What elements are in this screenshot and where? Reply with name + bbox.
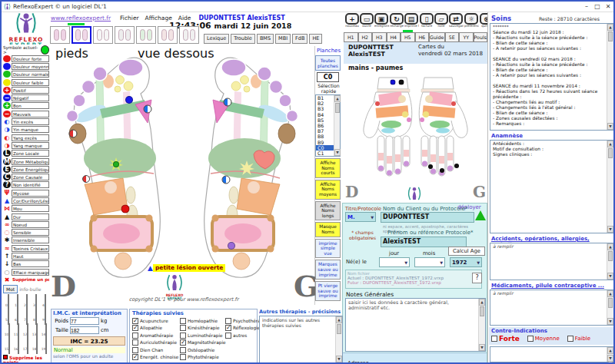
hand-point-marker[interactable] bbox=[428, 164, 433, 169]
contre-checkbox[interactable] bbox=[491, 336, 497, 342]
contre-option[interactable]: Moyenne bbox=[527, 335, 560, 342]
legend-item[interactable]: ○ Efface marquage bbox=[3, 268, 49, 276]
feet-canvas[interactable]: pieds vue dessous bbox=[49, 46, 315, 305]
annee-combo[interactable]: 1972▼ bbox=[450, 257, 482, 267]
therapy-checkbox[interactable] bbox=[180, 318, 186, 324]
therapy-option[interactable]: autres bbox=[225, 332, 261, 339]
therapy-checkbox[interactable] bbox=[132, 318, 138, 324]
planche-action-button[interactable]: Masque Noms bbox=[315, 222, 341, 237]
anamnese-area[interactable]: Antécédents : Motif de consultation : Si… bbox=[490, 140, 614, 233]
maximize-button[interactable]: □ bbox=[592, 3, 603, 10]
toolbar-button[interactable]: ▱ note bbox=[434, 13, 448, 28]
calcul-age-button[interactable]: Calcul Age bbox=[448, 247, 485, 256]
planche-list-item[interactable]: B3 bbox=[316, 106, 334, 111]
reflex-point-marker[interactable] bbox=[144, 105, 152, 114]
hands-tab[interactable]: YY bbox=[459, 32, 474, 42]
palette-cell[interactable]: 18 bbox=[31, 339, 39, 353]
hands-tab[interactable]: 5E bbox=[445, 32, 460, 42]
therapy-option[interactable]: Réflexologie bbox=[225, 325, 261, 333]
legend-item[interactable]: ◑ Yang manque bbox=[3, 141, 49, 149]
legend-item[interactable]: Douleur forte bbox=[3, 55, 49, 62]
reflex-point-marker[interactable] bbox=[125, 96, 133, 104]
fichier-help-button[interactable]: ? bbox=[472, 273, 482, 283]
foot-view-thumbnail[interactable] bbox=[136, 26, 156, 44]
palette-cell[interactable]: 5 bbox=[3, 309, 12, 324]
foot-view-thumbnail[interactable] bbox=[93, 26, 113, 44]
toolbar-button[interactable]: ↻ recharge bbox=[390, 13, 404, 28]
legend-item[interactable]: ✱ Insensible bbox=[3, 237, 49, 244]
poids-input[interactable] bbox=[70, 317, 99, 325]
contre-scrollbar[interactable]: ▲▼ bbox=[607, 347, 613, 362]
hands-diagram-wrap[interactable] bbox=[344, 74, 487, 186]
therapy-option[interactable]: Allopathie bbox=[132, 325, 177, 333]
legend-item[interactable]: C Zone Causale bbox=[3, 173, 49, 180]
therapy-option[interactable]: Energét. chinoise bbox=[132, 354, 177, 362]
taille-input[interactable] bbox=[70, 326, 99, 334]
palette-cell[interactable]: 15 bbox=[3, 339, 12, 353]
legend-item[interactable]: − Négatif bbox=[3, 94, 49, 101]
quick-tab[interactable]: FdB bbox=[292, 34, 308, 44]
planche-list-item[interactable]: B9 bbox=[316, 140, 334, 145]
legend-item[interactable]: L Zone Locale bbox=[3, 150, 49, 157]
therapy-option[interactable]: Dien Chan bbox=[132, 346, 177, 354]
legend-item[interactable]: ↑ Haut bbox=[3, 252, 49, 260]
therapy-option[interactable]: Psychothérapie bbox=[225, 317, 261, 325]
mois-combo[interactable]: ▼ bbox=[414, 257, 445, 267]
planche-list-item[interactable]: B6 bbox=[316, 123, 334, 128]
website-link[interactable]: www.reflexoexpert.fr bbox=[51, 15, 111, 22]
therapy-option[interactable]: Acupuncture bbox=[132, 317, 177, 325]
toolbar-button[interactable]: + nouveau bbox=[345, 13, 359, 28]
quick-tab[interactable]: MBI bbox=[275, 34, 291, 44]
medicaments-scrollbar[interactable]: ▲▼ bbox=[607, 290, 613, 325]
hands-tab[interactable]: H3 bbox=[372, 32, 387, 42]
therapy-option[interactable]: Luminothérapie bbox=[180, 332, 222, 339]
toutes-planches-button[interactable]: Toutes planches bbox=[315, 55, 341, 71]
planche-list-item[interactable]: B7 bbox=[316, 128, 334, 134]
left-hand-palm[interactable] bbox=[419, 78, 467, 176]
toolbar-button[interactable]: ☼ préférences bbox=[464, 13, 479, 28]
supprime-points-button[interactable]: Supprime les points bbox=[3, 355, 49, 364]
palette-cell[interactable]: 1 bbox=[12, 295, 21, 309]
minimize-button[interactable]: – bbox=[581, 3, 592, 10]
therapy-checkbox[interactable] bbox=[132, 354, 138, 360]
therapy-option[interactable]: Auriculothérapie bbox=[132, 339, 177, 347]
planche-code-field[interactable]: C0 bbox=[317, 72, 339, 82]
foot-view-thumbnail[interactable] bbox=[71, 26, 91, 44]
legend-item[interactable]: Ψ Mycose bbox=[3, 189, 49, 197]
palette-cell[interactable]: 2 bbox=[22, 295, 30, 309]
toolbar-button[interactable]: ▤ imprime fiche bbox=[404, 13, 419, 28]
legend-item[interactable]: ▲ Dur bbox=[3, 213, 49, 220]
prenom-field[interactable]: AlexisTEST bbox=[381, 237, 467, 247]
therapy-option[interactable]: Magnétothérapie bbox=[180, 339, 222, 347]
planche-action-button[interactable]: imprime simple vue bbox=[315, 239, 341, 259]
contre-option[interactable]: Forte bbox=[491, 335, 520, 342]
jour-combo[interactable]: ▼ bbox=[379, 257, 410, 267]
notes-generales-area[interactable]: saisir ici les données à caractère génér… bbox=[345, 298, 486, 352]
soins-area[interactable]: ******* Séance du mardi 12 juin 2018 : -… bbox=[490, 23, 614, 131]
legend-item[interactable]: − Mauvais bbox=[3, 110, 49, 117]
planche-list-item[interactable]: B2 bbox=[316, 101, 334, 106]
close-button[interactable]: ✕ bbox=[603, 3, 613, 10]
foot-view-thumbnail[interactable] bbox=[50, 26, 70, 44]
autres-area[interactable]: indications sur les autres thérapies sui… bbox=[259, 316, 343, 363]
palette-cell[interactable]: 8 bbox=[31, 309, 39, 324]
planche-action-button[interactable]: Pt vierge sauve ou imprime bbox=[315, 281, 341, 301]
reflex-point-marker[interactable] bbox=[121, 205, 130, 213]
therapy-checkbox[interactable] bbox=[225, 333, 231, 339]
legend-item[interactable]: ◐ Yang excès bbox=[3, 134, 49, 141]
legend-item[interactable]: E Zone Énergétique bbox=[3, 165, 49, 173]
planche-list-item[interactable]: B8 bbox=[316, 134, 334, 139]
contre-checkbox[interactable] bbox=[527, 336, 534, 342]
planche-action-button[interactable]: Affiche Noms moyens bbox=[315, 180, 341, 200]
palette-cell[interactable]: 16 bbox=[12, 339, 21, 353]
reflex-point-marker[interactable] bbox=[228, 242, 235, 250]
legend-item[interactable]: + Bon bbox=[3, 102, 49, 110]
legend-item[interactable]: ◌ Sensible bbox=[3, 229, 49, 237]
legend-item[interactable]: M Zone Métabolique bbox=[3, 157, 49, 165]
legend-item[interactable]: Douleur normale bbox=[3, 71, 49, 78]
therapy-option[interactable]: Ostéopathie bbox=[180, 346, 222, 354]
toolbar-button[interactable]: ⇄ sauvegarde bbox=[449, 13, 464, 28]
legend-item[interactable]: ▲ Cor/Durillon/Lésion bbox=[3, 197, 49, 204]
legend-item[interactable]: ∞ Noeud bbox=[3, 220, 49, 228]
planche-action-button[interactable]: Affiche Noms longs bbox=[315, 201, 341, 221]
